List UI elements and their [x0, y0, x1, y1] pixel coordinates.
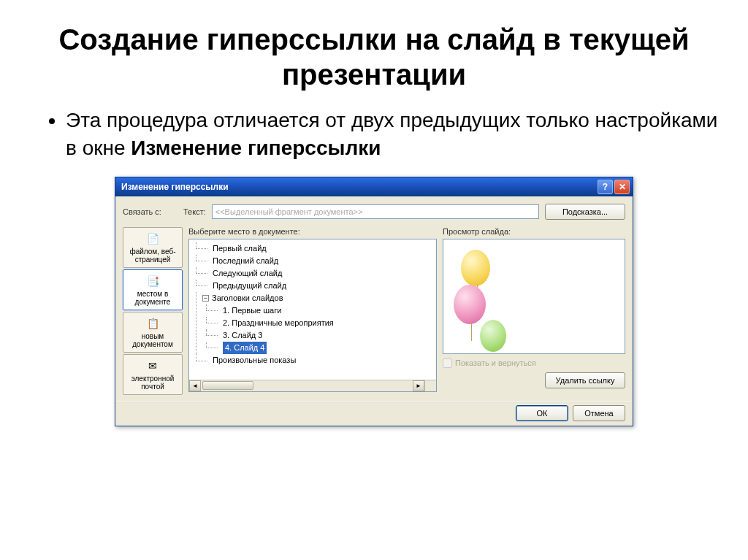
text-input[interactable]: <<Выделенный фрагмент документа>>	[212, 204, 539, 219]
dialog-titlebar[interactable]: Изменение гиперссылки ? ✕	[115, 177, 633, 196]
email-icon: ✉	[145, 359, 160, 372]
slide-title: Создание гиперссылки на слайд в текущей …	[29, 22, 719, 92]
sidebar-item-newdoc[interactable]: 📋 новым документом	[123, 312, 183, 353]
scroll-corner	[424, 380, 436, 391]
close-button[interactable]: ✕	[614, 180, 630, 194]
sidebar-item-file[interactable]: 📄 файлом, веб-страницей	[123, 227, 183, 268]
scroll-right-icon[interactable]: ►	[413, 380, 424, 391]
slide-body: Эта процедура отличается от двух предыду…	[44, 107, 719, 162]
collapse-icon[interactable]: −	[202, 295, 209, 302]
tree-headers-label: Заголовки слайдов	[212, 294, 283, 302]
tree-prev-slide[interactable]: Предыдущий слайд	[192, 280, 435, 292]
hyperlink-dialog: Изменение гиперссылки ? ✕ Связать с: Тек…	[115, 177, 633, 426]
tree-slide-2[interactable]: 2. Праздничные мероприятия	[202, 317, 435, 329]
tree-slide-3[interactable]: 3. Слайд 3	[202, 329, 435, 342]
remove-link-button[interactable]: Удалить ссылку	[545, 372, 625, 388]
tree-next-slide[interactable]: Следующий слайд	[192, 267, 435, 280]
balloon-string	[471, 323, 472, 341]
link-with-label: Связать с:	[123, 207, 178, 216]
scroll-thumb[interactable]	[202, 381, 253, 390]
sidebar-item-label: электронной почтой	[125, 375, 180, 391]
scroll-left-icon[interactable]: ◄	[189, 380, 201, 391]
sidebar-item-place[interactable]: 📑 местом в документе	[123, 269, 183, 310]
text-label: Текст:	[183, 207, 206, 216]
tree-last-slide[interactable]: Последний слайд	[192, 255, 435, 267]
tree-slide-4[interactable]: 4. Слайд 4	[202, 342, 435, 354]
tree-headers[interactable]: −Заголовки слайдов 1. Первые шаги 2. Пра…	[192, 292, 435, 354]
tree-custom-shows[interactable]: Произвольные показы	[192, 354, 435, 367]
sidebar-item-email[interactable]: ✉ электронной почтой	[123, 354, 183, 395]
tree-first-slide[interactable]: Первый слайд	[192, 242, 435, 255]
tooltip-button[interactable]: Подсказка...	[545, 204, 625, 220]
show-return-label: Показать и вернуться	[455, 358, 536, 367]
select-place-label: Выберите место в документе:	[188, 227, 437, 236]
show-return-checkbox	[443, 358, 452, 368]
link-to-sidebar: 📄 файлом, веб-страницей 📑 местом в докум…	[123, 227, 183, 395]
balloon-yellow	[461, 250, 490, 286]
new-doc-icon: 📋	[145, 317, 160, 330]
cancel-button[interactable]: Отмена	[573, 405, 625, 421]
balloon-pink	[454, 285, 486, 324]
tree-slide-4-label: 4. Слайд 4	[223, 342, 267, 354]
sidebar-item-label: местом в документе	[125, 290, 180, 307]
file-web-icon: 📄	[145, 232, 160, 245]
preview-label: Просмотр слайда:	[443, 227, 625, 236]
place-tree[interactable]: Первый слайд Последний слайд Следующий с…	[188, 239, 437, 392]
dialog-footer: ОК Отмена	[115, 401, 633, 426]
help-button[interactable]: ?	[598, 180, 613, 194]
slide-preview	[443, 239, 625, 354]
place-doc-icon: 📑	[145, 275, 160, 288]
tree-slide-1[interactable]: 1. Первые шаги	[202, 304, 435, 317]
balloon-green	[480, 320, 506, 352]
sidebar-item-label: новым документом	[125, 332, 180, 349]
ok-button[interactable]: ОК	[516, 405, 568, 421]
sidebar-item-label: файлом, веб-страницей	[125, 248, 180, 264]
dialog-title: Изменение гиперссылки	[121, 182, 229, 192]
horizontal-scrollbar[interactable]: ◄ ►	[189, 380, 424, 391]
bullet-bold: Изменение гиперссылки	[131, 137, 381, 159]
